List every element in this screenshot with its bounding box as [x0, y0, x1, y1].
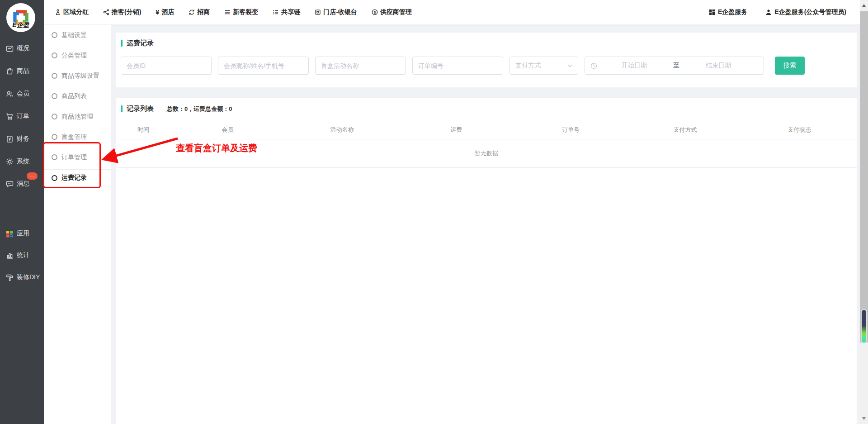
col-member: 会员	[170, 121, 285, 139]
overview-icon	[6, 45, 14, 52]
service-entry-label: E企盈服务	[718, 8, 747, 16]
end-date-placeholder: 结束日期	[681, 62, 755, 70]
hamburger-lines-icon	[224, 9, 231, 15]
list-icon	[273, 9, 279, 15]
sub-item-freight-records[interactable]: 运费记录	[44, 169, 111, 186]
rail-item-label: 统计	[17, 251, 29, 259]
top-nav-label: 酒店	[161, 8, 174, 16]
table-header-row: 时间 会员 活动名称 运费 订单号 支付方式 支付状态	[116, 121, 857, 139]
storefront-icon	[315, 9, 321, 15]
clock-icon	[590, 62, 597, 69]
account-menu[interactable]: E企盈服务(公众号管理员)	[765, 8, 846, 16]
chevron-down-icon	[567, 64, 572, 67]
top-bar: 区域分红 推客(分销) ¥ 酒店 招商 新客裂变	[44, 0, 860, 25]
rail-item-overview[interactable]: 概况	[0, 41, 44, 56]
sub-item-label: 商品池管理	[61, 113, 93, 121]
empty-row: 暂无数据	[116, 139, 857, 167]
radio-ring-icon	[52, 114, 57, 119]
top-nav-hotel[interactable]: ¥ 酒店	[156, 8, 174, 16]
member-name-input[interactable]	[218, 57, 309, 75]
sub-item-label: 盲盒管理	[61, 133, 87, 141]
rail-item-members[interactable]: 会员	[0, 86, 44, 101]
sub-item-label: 商品列表	[61, 92, 87, 100]
order-no-input[interactable]	[412, 57, 503, 75]
user-icon	[765, 9, 772, 15]
col-order-no: 订单号	[514, 121, 628, 139]
left-rail: E企盈 概况 商品 会员 订单 财务 系统	[0, 0, 44, 424]
rail-item-system[interactable]: 系统	[0, 154, 44, 169]
sub-item-label: 基础设置	[61, 31, 87, 39]
share-icon	[103, 9, 109, 15]
title-marker	[121, 105, 123, 112]
filter-row: 支付方式 开始日期 至 结束日期 搜索	[121, 57, 849, 75]
rail-item-apps[interactable]: 应用	[0, 226, 44, 241]
top-nav-zhaoshang[interactable]: 招商	[189, 8, 210, 16]
top-nav-label: 共享链	[281, 8, 300, 16]
top-nav-store-cashier[interactable]: 门店-收银台	[315, 8, 357, 16]
stats-bars-icon	[6, 252, 14, 259]
rail-item-orders[interactable]: 订单	[0, 109, 44, 124]
sub-item-order-management[interactable]: 订单管理	[44, 147, 111, 167]
col-freight: 运费	[399, 121, 514, 139]
radio-ring-icon	[52, 93, 57, 99]
record-table: 时间 会员 活动名称 运费 订单号 支付方式 支付状态 暂无数据	[116, 121, 857, 168]
system-gear-icon	[6, 158, 14, 166]
start-date-placeholder: 开始日期	[597, 62, 671, 70]
record-list-title: 记录列表	[127, 105, 154, 113]
sub-item-basic-settings[interactable]: 基础设置	[44, 25, 111, 45]
rail-item-messages[interactable]: 消息	[0, 176, 44, 191]
radio-ring-icon	[52, 154, 57, 160]
paint-roller-icon	[6, 274, 14, 281]
sub-item-goods-pool[interactable]: 商品池管理	[44, 106, 111, 127]
scrollbar-track[interactable]	[860, 11, 868, 343]
sub-item-category-management[interactable]: 分类管理	[44, 45, 111, 66]
col-activity: 活动名称	[285, 121, 399, 139]
record-list-stats: 总数：0，运费总金额：0	[167, 105, 232, 113]
sub-item-goods-list[interactable]: 商品列表	[44, 86, 111, 106]
rail-item-stats[interactable]: 统计	[0, 248, 44, 262]
top-nav-sharechain[interactable]: 共享链	[273, 8, 300, 16]
sub-item-goods-level[interactable]: 商品等级设置	[44, 66, 111, 86]
blindbox-activity-input[interactable]	[315, 57, 406, 75]
radio-ring-icon	[52, 32, 57, 38]
radio-ring-icon	[52, 73, 57, 79]
account-label: E企盈服务(公众号管理员)	[774, 8, 846, 16]
rail-item-diy[interactable]: 装修DIY	[0, 270, 44, 285]
date-range-picker[interactable]: 开始日期 至 结束日期	[585, 57, 764, 75]
sub-item-blindbox-management[interactable]: 盲盒管理	[44, 127, 111, 147]
sub-item-label: 运费记录	[61, 174, 87, 182]
rail-item-label: 系统	[17, 157, 29, 166]
pay-method-select[interactable]: 支付方式	[509, 57, 578, 75]
scrollbar-up-arrow-icon[interactable]	[862, 4, 866, 7]
scrollbar-down-arrow-icon[interactable]	[862, 417, 866, 420]
rail-item-label: 应用	[17, 229, 29, 238]
top-nav-label: 新客裂变	[233, 8, 258, 16]
top-nav-region-dividend[interactable]: 区域分红	[55, 8, 89, 16]
messages-icon	[6, 180, 14, 188]
goods-icon	[6, 67, 14, 75]
service-entry[interactable]: E企盈服务	[709, 8, 747, 16]
search-button[interactable]: 搜索	[775, 57, 805, 75]
top-nav-supplier[interactable]: S 供应商管理	[372, 8, 412, 16]
top-nav-label: 门店-收银台	[323, 8, 357, 16]
top-nav-tuike[interactable]: 推客(分销)	[103, 8, 141, 16]
col-time: 时间	[116, 121, 170, 139]
scrollbar-thumb[interactable]	[861, 309, 867, 343]
pay-method-placeholder: 支付方式	[515, 62, 541, 70]
rail-item-label: 订单	[17, 112, 29, 120]
member-id-input[interactable]	[121, 57, 212, 75]
top-nav-fission[interactable]: 新客裂变	[224, 8, 258, 16]
col-pay-method: 支付方式	[628, 121, 742, 139]
rail-item-label: 概况	[17, 44, 29, 52]
orders-cart-icon	[6, 113, 14, 120]
rail-item-finance[interactable]: 财务	[0, 132, 44, 146]
brand-logo[interactable]: E企盈	[6, 3, 35, 32]
apps-icon	[6, 230, 14, 238]
sub-item-label: 分类管理	[61, 52, 87, 60]
top-nav-label: 供应商管理	[380, 8, 412, 16]
empty-text: 暂无数据	[116, 139, 857, 167]
rail-item-goods[interactable]: 商品	[0, 64, 44, 78]
page-scrollbar	[860, 0, 868, 424]
rail-item-label: 商品	[17, 67, 29, 75]
radio-ring-icon	[52, 175, 57, 181]
